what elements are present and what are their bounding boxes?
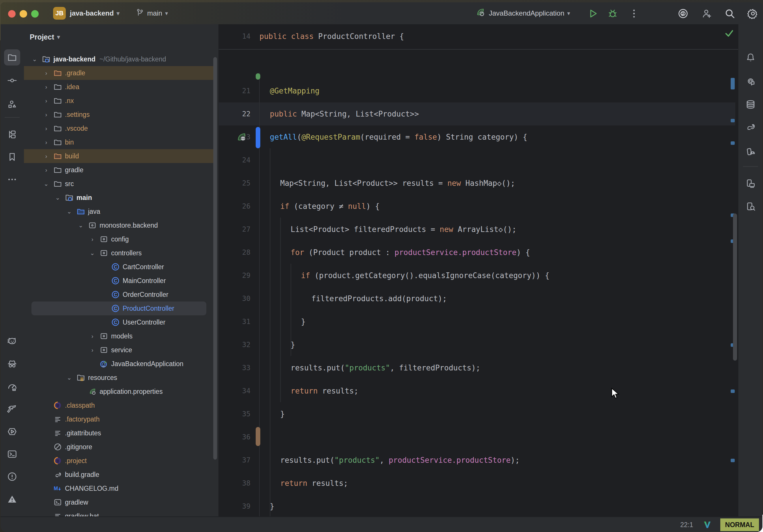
- chevron-right-icon[interactable]: ›: [43, 70, 50, 76]
- minimize-traffic-light[interactable]: [20, 10, 27, 18]
- chevron-down-icon[interactable]: ⌄: [31, 56, 38, 62]
- tool-project-folder-button[interactable]: [4, 49, 20, 65]
- tool-notifications-bell-button[interactable]: [742, 49, 759, 65]
- debug-button[interactable]: [607, 8, 618, 20]
- tree-item--settings[interactable]: ›.settings: [24, 108, 219, 122]
- project-panel-header[interactable]: Project ▾: [30, 31, 60, 43]
- tree-item-changelog-md[interactable]: MCHANGELOG.md: [24, 481, 219, 495]
- tree-item-gradle[interactable]: ›gradle: [24, 163, 219, 177]
- close-traffic-light[interactable]: [8, 10, 16, 18]
- run-configuration-selector[interactable]: JavaBackendApplication ▾: [476, 2, 570, 24]
- chevron-right-icon[interactable]: ›: [89, 333, 96, 340]
- tool-services-play-button[interactable]: [4, 424, 20, 440]
- tree-item--gradle[interactable]: ›.gradle: [24, 66, 219, 80]
- tool-commit-button[interactable]: [4, 72, 20, 89]
- project-selector[interactable]: java-backend ▾: [70, 2, 120, 24]
- tool-copilot-cat-button[interactable]: [4, 334, 20, 350]
- tool-device-layers-button[interactable]: [742, 175, 759, 191]
- inspections-ok-check-icon[interactable]: [724, 28, 734, 39]
- error-stripe-mark[interactable]: [731, 389, 735, 393]
- tree-item-models[interactable]: ›models: [24, 329, 219, 343]
- chevron-right-icon[interactable]: ›: [43, 84, 50, 90]
- tree-item-gradlew[interactable]: gradlew: [24, 495, 219, 509]
- tree-item--project[interactable]: .project: [24, 454, 219, 468]
- error-stripe-mark[interactable]: [731, 78, 735, 89]
- sticky-code-line[interactable]: public class ProductController {: [260, 25, 404, 48]
- tree-item-maincontroller[interactable]: CMainController: [24, 274, 219, 288]
- tree-item-bin[interactable]: ›bin: [24, 135, 219, 149]
- tool-problems-button[interactable]: [4, 469, 20, 485]
- tree-item-monostore-backend[interactable]: ⌄monostore.backend: [24, 218, 219, 232]
- tree-item--idea[interactable]: ›.idea: [24, 80, 219, 94]
- tree-item--vscode[interactable]: ›.vscode: [24, 122, 219, 135]
- tool-database-button[interactable]: [742, 96, 759, 113]
- chevron-right-icon[interactable]: ›: [43, 125, 50, 132]
- chevron-right-icon[interactable]: ›: [43, 139, 50, 146]
- settings-gear-button[interactable]: [747, 8, 758, 20]
- project-tree-scrollbar[interactable]: [213, 57, 217, 460]
- add-user-button[interactable]: [701, 8, 712, 20]
- tree-item--gitattributes[interactable]: .gitattributes: [24, 426, 219, 440]
- tree-item--factorypath[interactable]: .factorypath: [24, 412, 219, 426]
- tree-item--classpath[interactable]: .classpath: [24, 398, 219, 412]
- tree-item-usercontroller[interactable]: CUserController: [24, 315, 219, 329]
- tree-item-resources[interactable]: ⌄resources: [24, 371, 219, 384]
- ideavim-icon[interactable]: [703, 520, 711, 529]
- run-button[interactable]: [588, 8, 599, 20]
- chevron-right-icon[interactable]: ›: [43, 111, 50, 118]
- tool-structure-button[interactable]: [4, 96, 20, 113]
- chevron-down-icon[interactable]: ⌄: [43, 180, 50, 187]
- error-stripe-mark[interactable]: [731, 141, 735, 145]
- chevron-right-icon[interactable]: ›: [43, 97, 50, 104]
- tree-item-service[interactable]: ›service: [24, 343, 219, 357]
- tree-item--nx[interactable]: ›.nx: [24, 94, 219, 108]
- tool-ai-chat-button[interactable]: [742, 73, 759, 89]
- tree-item-main[interactable]: ⌄main: [24, 191, 219, 205]
- spring-endpoint-gutter-icon[interactable]: [237, 132, 247, 142]
- tool-gradle-elephant-button[interactable]: [742, 118, 759, 135]
- error-stripe-mark[interactable]: [731, 459, 735, 462]
- tool-terminal-button[interactable]: [4, 446, 20, 462]
- ai-assistant-button[interactable]: [678, 8, 689, 20]
- tool-bookmark-button[interactable]: [4, 149, 20, 165]
- chevron-right-icon[interactable]: ›: [89, 347, 96, 354]
- chevron-right-icon[interactable]: ›: [43, 153, 50, 160]
- tree-item-javabackendapplication[interactable]: JavaBackendApplication: [24, 357, 219, 371]
- chevron-right-icon[interactable]: ›: [89, 236, 96, 243]
- tree-item-controllers[interactable]: ⌄controllers: [24, 246, 219, 260]
- tree-item--gitignore[interactable]: .gitignore: [24, 440, 219, 454]
- tree-item-build-gradle[interactable]: build.gradle: [24, 468, 219, 481]
- tree-item-gradlew-bat[interactable]: gradlew.bat: [24, 509, 219, 516]
- tree-item-cartcontroller[interactable]: CCartController: [24, 260, 219, 274]
- tree-item-java-backend[interactable]: ⌄java-backend~/Github/java-backend: [24, 52, 219, 66]
- tree-item-build[interactable]: ›build: [24, 149, 219, 163]
- code-editor[interactable]: 21@GetMapping22public Map<String, List<P…: [219, 24, 738, 516]
- tool-more-dots-button[interactable]: [4, 171, 20, 187]
- kebab-button[interactable]: [628, 8, 639, 20]
- tool-incognito-button[interactable]: [4, 356, 20, 372]
- tool-profiler-gauge-button[interactable]: [4, 378, 20, 395]
- chevron-right-icon[interactable]: ›: [43, 167, 50, 173]
- tree-item-config[interactable]: ›config: [24, 232, 219, 246]
- maximize-traffic-light[interactable]: [31, 10, 39, 18]
- tree-item-productcontroller[interactable]: CProductController: [24, 301, 219, 315]
- tool-warning-button[interactable]: [4, 491, 20, 507]
- chevron-down-icon[interactable]: ⌄: [54, 194, 61, 201]
- chevron-down-icon[interactable]: ⌄: [65, 374, 73, 381]
- caret-position-widget[interactable]: 22:1: [680, 517, 693, 532]
- editor-scrollbar[interactable]: [733, 213, 737, 361]
- chevron-down-icon[interactable]: ⌄: [89, 250, 96, 257]
- tool-device-android-button[interactable]: [742, 144, 759, 160]
- tool-build-hammer-button[interactable]: [4, 401, 20, 417]
- tree-item-java[interactable]: ⌄java: [24, 205, 219, 218]
- search-button[interactable]: [724, 8, 735, 20]
- branch-selector[interactable]: main ▾: [136, 2, 168, 24]
- tree-item-src[interactable]: ⌄src: [24, 177, 219, 191]
- vim-mode-badge[interactable]: NORMAL: [720, 518, 759, 531]
- tool-device-search-button[interactable]: [742, 198, 759, 215]
- tree-item-ordercontroller[interactable]: COrderController: [24, 288, 219, 301]
- chevron-down-icon[interactable]: ⌄: [77, 222, 84, 229]
- tool-hierarchy-button[interactable]: [4, 126, 20, 143]
- chevron-down-icon[interactable]: ⌄: [65, 208, 73, 215]
- tree-item-application-properties[interactable]: application.properties: [24, 384, 219, 398]
